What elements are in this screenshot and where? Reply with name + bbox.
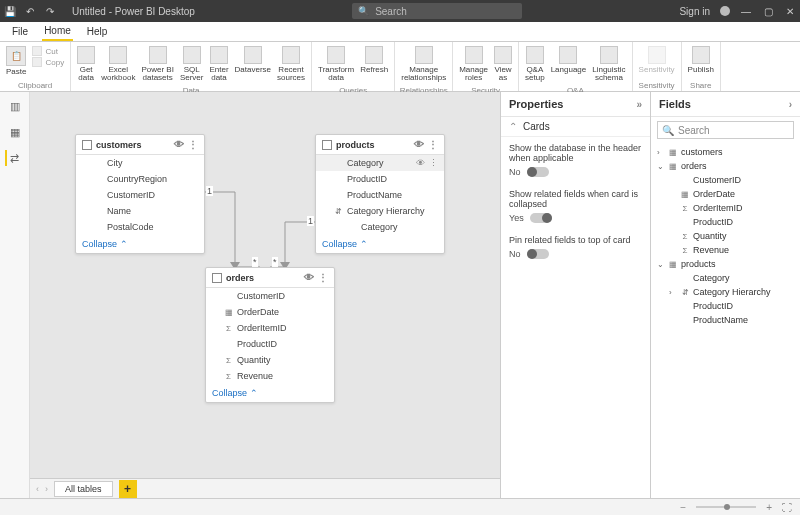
qna-button[interactable]: Q&A setup bbox=[523, 44, 547, 84]
sql-button[interactable]: SQL Server bbox=[178, 44, 206, 84]
sensitivity-button[interactable]: Sensitivity bbox=[637, 44, 677, 76]
transform-button[interactable]: Transform data bbox=[316, 44, 356, 84]
tree-table-customers[interactable]: ›▦customers bbox=[655, 145, 796, 159]
more-icon[interactable]: ⋮ bbox=[428, 139, 438, 150]
field-row[interactable]: CustomerID bbox=[206, 288, 334, 304]
paste-button[interactable]: 📋Paste bbox=[4, 44, 28, 78]
chevron-up-icon[interactable]: ⌃ bbox=[509, 121, 517, 132]
zoom-slider[interactable] bbox=[696, 506, 756, 508]
tree-field[interactable]: CustomerID bbox=[655, 173, 796, 187]
tab-next-icon[interactable]: › bbox=[45, 484, 48, 494]
add-tab-button[interactable]: + bbox=[119, 480, 137, 498]
excel-button[interactable]: Excel workbook bbox=[99, 44, 137, 84]
menu-file[interactable]: File bbox=[10, 23, 30, 40]
tree-field[interactable]: ProductID bbox=[655, 299, 796, 313]
hier-icon: ⇵ bbox=[334, 207, 343, 216]
field-row[interactable]: ProductID bbox=[316, 171, 444, 187]
table-icon bbox=[212, 273, 222, 283]
search-icon: 🔍 bbox=[662, 125, 674, 136]
avatar-icon[interactable] bbox=[720, 6, 730, 16]
visibility-icon[interactable]: 👁 bbox=[414, 139, 424, 150]
table-card-products[interactable]: products👁⋮ Category👁 ⋮ProductIDProductNa… bbox=[315, 134, 445, 254]
close-button[interactable]: ✕ bbox=[784, 6, 796, 17]
visibility-icon[interactable]: 👁 bbox=[174, 139, 184, 150]
field-row[interactable]: ΣRevenue bbox=[206, 368, 334, 384]
field-row[interactable]: PostalCode bbox=[76, 219, 204, 235]
cut-button[interactable]: Cut bbox=[32, 46, 64, 56]
tree-field[interactable]: ›⇵Category Hierarchy bbox=[655, 285, 796, 299]
chevron-icon: › bbox=[669, 288, 677, 297]
tree-field[interactable]: ΣOrderItemID bbox=[655, 201, 796, 215]
field-row[interactable]: Name bbox=[76, 203, 204, 219]
more-icon[interactable]: ⋮ bbox=[429, 158, 438, 168]
chevron-up-icon: ⌃ bbox=[120, 239, 128, 249]
undo-icon[interactable]: ↶ bbox=[24, 5, 36, 17]
get-data-button[interactable]: Get data bbox=[75, 44, 97, 84]
maximize-button[interactable]: ▢ bbox=[762, 6, 774, 17]
menu-help[interactable]: Help bbox=[85, 23, 110, 40]
field-row[interactable]: CountryRegion bbox=[76, 171, 204, 187]
redo-icon[interactable]: ↷ bbox=[44, 5, 56, 17]
schema-button[interactable]: Linguistic schema bbox=[590, 44, 627, 84]
toggle-related-fields[interactable] bbox=[530, 213, 552, 223]
zoom-out-icon[interactable]: − bbox=[680, 502, 686, 513]
tree-field[interactable]: ▦OrderDate bbox=[655, 187, 796, 201]
visibility-icon[interactable]: 👁 bbox=[304, 272, 314, 283]
tree-field[interactable]: ΣRevenue bbox=[655, 243, 796, 257]
enter-data-button[interactable]: Enter data bbox=[207, 44, 230, 84]
field-row[interactable]: CustomerID bbox=[76, 187, 204, 203]
pbi-datasets-button[interactable]: Power BI datasets bbox=[139, 44, 175, 84]
field-row[interactable]: ProductName bbox=[316, 187, 444, 203]
tree-table-products[interactable]: ⌄▦products bbox=[655, 257, 796, 271]
tree-field[interactable]: ΣQuantity bbox=[655, 229, 796, 243]
table-card-customers[interactable]: customers👁⋮ CityCountryRegionCustomerIDN… bbox=[75, 134, 205, 254]
table-card-orders[interactable]: orders👁⋮ CustomerID▦OrderDateΣOrderItemI… bbox=[205, 267, 335, 403]
dataverse-button[interactable]: Dataverse bbox=[233, 44, 273, 76]
collapse-panel-icon[interactable]: › bbox=[789, 99, 792, 110]
view-as-button[interactable]: View as bbox=[492, 44, 514, 84]
global-search[interactable]: 🔍 Search bbox=[352, 3, 522, 19]
more-icon[interactable]: ⋮ bbox=[318, 272, 328, 283]
tree-field[interactable]: ProductID bbox=[655, 215, 796, 229]
report-view-icon[interactable]: ▥ bbox=[7, 98, 23, 114]
tree-field[interactable]: ProductName bbox=[655, 313, 796, 327]
collapse-panel-icon[interactable]: » bbox=[636, 99, 642, 110]
collapse-link[interactable]: Collapse ⌃ bbox=[206, 384, 334, 402]
collapse-link[interactable]: Collapse ⌃ bbox=[76, 235, 204, 253]
toggle-db-header[interactable] bbox=[527, 167, 549, 177]
data-view-icon[interactable]: ▦ bbox=[7, 124, 23, 140]
minimize-button[interactable]: — bbox=[740, 6, 752, 17]
language-button[interactable]: Language bbox=[549, 44, 589, 76]
field-row[interactable]: ▦OrderDate bbox=[206, 304, 334, 320]
field-row[interactable]: ΣOrderItemID bbox=[206, 320, 334, 336]
refresh-button[interactable]: Refresh bbox=[358, 44, 390, 76]
model-view-icon[interactable]: ⇄ bbox=[5, 150, 21, 166]
copy-button[interactable]: Copy bbox=[32, 57, 64, 67]
more-icon[interactable]: ⋮ bbox=[188, 139, 198, 150]
field-row[interactable]: City bbox=[76, 155, 204, 171]
save-icon[interactable]: 💾 bbox=[4, 5, 16, 17]
manage-rel-button[interactable]: Manage relationships bbox=[399, 44, 448, 84]
visibility-icon[interactable]: 👁 bbox=[416, 158, 425, 168]
field-row[interactable]: Category bbox=[316, 219, 444, 235]
tab-all-tables[interactable]: All tables bbox=[54, 481, 113, 497]
tab-prev-icon[interactable]: ‹ bbox=[36, 484, 39, 494]
field-row[interactable]: Category👁 ⋮ bbox=[316, 155, 444, 171]
model-canvas[interactable]: 1 1 * * customers👁⋮ CityCountryRegionCus… bbox=[30, 92, 500, 498]
tree-field[interactable]: Category bbox=[655, 271, 796, 285]
toggle-pin-fields[interactable] bbox=[527, 249, 549, 259]
fit-page-icon[interactable]: ⛶ bbox=[782, 502, 792, 513]
field-row[interactable]: ⇵Category Hierarchy bbox=[316, 203, 444, 219]
tree-table-orders[interactable]: ⌄▦orders bbox=[655, 159, 796, 173]
field-row[interactable]: ΣQuantity bbox=[206, 352, 334, 368]
fields-search[interactable]: 🔍Search bbox=[657, 121, 794, 139]
collapse-link[interactable]: Collapse ⌃ bbox=[316, 235, 444, 253]
signin-link[interactable]: Sign in bbox=[679, 6, 710, 17]
menu-home[interactable]: Home bbox=[42, 22, 73, 41]
recent-sources-button[interactable]: Recent sources bbox=[275, 44, 307, 84]
manage-roles-button[interactable]: Manage roles bbox=[457, 44, 490, 84]
field-icon: ▦ bbox=[668, 260, 678, 269]
publish-button[interactable]: Publish bbox=[686, 44, 716, 76]
field-row[interactable]: ProductID bbox=[206, 336, 334, 352]
zoom-in-icon[interactable]: + bbox=[766, 502, 772, 513]
